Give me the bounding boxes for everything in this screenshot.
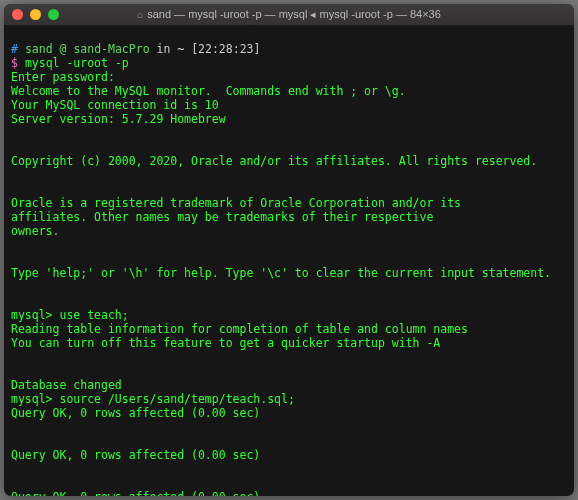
blank-line [11,126,567,140]
prompt-hash: # [11,42,18,56]
output-line: Query OK, 0 rows affected (0.00 sec) [11,406,260,420]
output-line: Your MySQL connection id is 10 [11,98,219,112]
output-line: Query OK, 0 rows affected (0.00 sec) [11,448,260,462]
output-line: owners. [11,224,59,238]
output-line: Reading table information for completion… [11,322,468,336]
mysql-prompt-line: mysql> use teach; [11,308,129,322]
output-line: Welcome to the MySQL monitor. Commands e… [11,84,406,98]
mysql-prompt-line: mysql> source /Users/sand/temp/teach.sql… [11,392,295,406]
window-title: ⌂ sand — mysql -uroot -p — mysql ◂ mysql… [4,8,574,21]
window-title-text: sand — mysql -uroot -p — mysql ◂ mysql -… [147,8,441,21]
prompt-time: [22:28:23] [191,42,260,56]
prompt-at: @ [60,42,67,56]
output-line: Server version: 5.7.29 Homebrew [11,112,226,126]
titlebar[interactable]: ⌂ sand — mysql -uroot -p — mysql ◂ mysql… [4,4,574,26]
prompt-command: mysql -uroot -p [25,56,129,70]
output-line: Oracle is a registered trademark of Orac… [11,196,461,210]
output-line: You can turn off this feature to get a q… [11,336,440,350]
prompt-user: sand [25,42,53,56]
blank-line [11,280,567,294]
output-line: affiliates. Other names may be trademark… [11,210,433,224]
prompt-dollar: $ [11,56,18,70]
terminal-window: ⌂ sand — mysql -uroot -p — mysql ◂ mysql… [4,4,574,496]
blank-line [11,462,567,476]
blank-line [11,420,567,434]
home-icon: ⌂ [137,9,143,20]
output-line: Query OK, 0 rows affected (0.00 sec) [11,490,260,496]
prompt-path: ~ [177,42,184,56]
close-icon[interactable] [12,9,23,20]
output-line: Copyright (c) 2000, 2020, Oracle and/or … [11,154,537,168]
prompt-in: in [157,42,171,56]
terminal-content[interactable]: # sand @ sand-MacPro in ~ [22:28:23] $ m… [4,26,574,496]
output-line: Enter password: [11,70,115,84]
output-line: Type 'help;' or '\h' for help. Type '\c'… [11,266,551,280]
zoom-icon[interactable] [48,9,59,20]
prompt-host: sand-MacPro [73,42,149,56]
minimize-icon[interactable] [30,9,41,20]
blank-line [11,168,567,182]
window-controls [12,9,59,20]
blank-line [11,350,567,364]
blank-line [11,238,567,252]
output-line: Database changed [11,378,122,392]
